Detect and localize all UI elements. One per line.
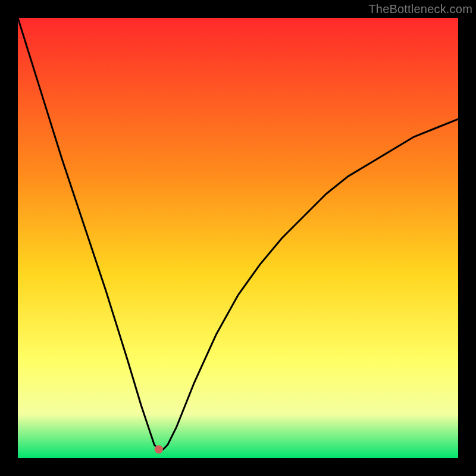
plot-area	[18, 18, 458, 458]
gradient-background	[18, 18, 458, 458]
watermark-text: TheBottleneck.com	[368, 2, 472, 16]
bottleneck-plot	[18, 18, 458, 458]
chart-frame: TheBottleneck.com	[0, 0, 476, 476]
optimum-marker	[155, 445, 163, 453]
